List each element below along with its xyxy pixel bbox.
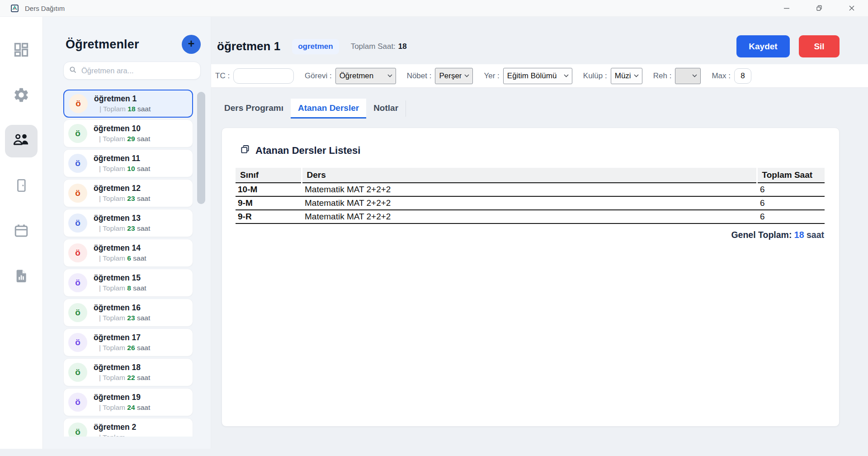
teacher-form: TC : Görevi : Öğretmen Nöbet : Perşembe …: [211, 64, 868, 88]
nobet-label: Nöbet :: [407, 71, 432, 81]
cell-saat: 6: [757, 183, 825, 196]
teacher-avatar: ö: [68, 184, 87, 203]
chevron-down-icon: [387, 74, 392, 77]
window-title: Ders Dağıtım: [25, 5, 65, 12]
column-header: Toplam Saat: [757, 168, 825, 183]
assigned-row: 9-RMatematik MAT 2+2+26: [236, 210, 825, 223]
teacher-hours: | Toplam 18 saat: [94, 105, 151, 113]
teacher-hours: | Toplam: [94, 433, 136, 437]
cell-sinif: 9-M: [236, 196, 302, 210]
assigned-lessons-card: Atanan Dersler Listesi SınıfDersToplam S…: [222, 128, 840, 427]
teacher-name: öğretmen 19: [94, 393, 150, 402]
calendar-icon: [13, 223, 29, 241]
tc-input[interactable]: [233, 68, 294, 84]
tab[interactable]: Notlar: [366, 99, 406, 119]
teacher-list-item[interactable]: ö öğretmen 10 | Toplam 29 saat: [63, 119, 193, 147]
assigned-table: SınıfDersToplam Saat 10-MMatematik MAT 2…: [236, 168, 825, 224]
teacher-avatar: ö: [68, 423, 87, 437]
reh-select[interactable]: [675, 68, 701, 84]
total-hours: Toplam Saat:18: [351, 42, 407, 51]
chevron-down-icon: [464, 74, 469, 77]
teacher-list-item[interactable]: ö öğretmen 15 | Toplam 8 saat: [63, 269, 193, 297]
assigned-table-body: 10-MMatematik MAT 2+2+269-MMatematik MAT…: [236, 183, 825, 223]
teacher-list-item[interactable]: ö öğretmen 13 | Toplam 23 saat: [63, 209, 193, 237]
teacher-name: öğretmen 10: [94, 124, 150, 133]
save-button[interactable]: Kaydet: [736, 35, 790, 57]
teacher-name: öğretmen 12: [94, 184, 150, 193]
teacher-name: öğretmen 17: [94, 333, 150, 342]
cell-sinif: 10-M: [236, 183, 302, 196]
nav-dashboard[interactable]: [5, 34, 38, 67]
teacher-hours: | Toplam 26 saat: [94, 344, 150, 352]
gear-icon: [13, 86, 30, 105]
reh-label: Reh :: [653, 71, 672, 81]
teacher-hours: | Toplam 23 saat: [94, 195, 150, 203]
nobet-select[interactable]: Perşembe: [435, 68, 473, 84]
teacher-hours: | Toplam 10 saat: [94, 165, 150, 173]
teachers-panel: Öğretmenler + ö öğretmen 1 | Toplam 18 s…: [43, 17, 211, 449]
teacher-list-item[interactable]: ö öğretmen 17 | Toplam 26 saat: [63, 328, 193, 356]
teacher-hours: | Toplam 8 saat: [94, 284, 146, 292]
chevron-down-icon: [564, 74, 569, 77]
search-icon: [69, 66, 77, 76]
teacher-list-item[interactable]: ö öğretmen 19 | Toplam 24 saat: [63, 388, 193, 416]
people-icon: [12, 131, 30, 151]
teacher-hours: | Toplam 6 saat: [94, 254, 146, 262]
teacher-hours: | Toplam 29 saat: [94, 135, 150, 143]
teacher-hours: | Toplam 23 saat: [94, 314, 150, 322]
teacher-list-item[interactable]: ö öğretmen 1 | Toplam 18 saat: [63, 90, 193, 118]
teacher-list: ö öğretmen 1 | Toplam 18 saat ö öğretmen…: [63, 90, 193, 437]
nav-settings[interactable]: [5, 80, 38, 112]
chevron-down-icon: [692, 74, 697, 77]
nav-rooms[interactable]: [5, 170, 38, 203]
max-input[interactable]: [734, 68, 751, 84]
teacher-list-item[interactable]: ö öğretmen 2 | Toplam: [63, 418, 193, 437]
nav-teachers[interactable]: [5, 125, 38, 157]
teacher-name: öğretmen 2: [94, 423, 136, 432]
teacher-detail-title: öğretmen 1: [217, 39, 280, 53]
teacher-avatar: ö: [68, 124, 87, 143]
teacher-search-input[interactable]: [81, 66, 195, 75]
cell-saat: 6: [757, 196, 825, 210]
tab[interactable]: Atanan Dersler: [291, 99, 366, 119]
cell-ders: Matematik MAT 2+2+2: [302, 196, 757, 210]
card-title: Atanan Dersler Listesi: [255, 145, 360, 157]
yer-select[interactable]: Eğitim Bölümü: [503, 68, 572, 84]
teacher-avatar: ö: [68, 333, 87, 352]
teacher-list-item[interactable]: ö öğretmen 14 | Toplam 6 saat: [63, 239, 193, 267]
teacher-avatar: ö: [68, 273, 87, 292]
maximize-button[interactable]: [803, 0, 835, 16]
teacher-avatar: ö: [68, 303, 87, 322]
teacher-hours: | Toplam 24 saat: [94, 404, 150, 412]
tab[interactable]: Ders Programı: [217, 99, 291, 119]
grand-total: Genel Toplam: 18 saat: [236, 230, 825, 240]
teacher-list-item[interactable]: ö öğretmen 12 | Toplam 23 saat: [63, 179, 193, 207]
app-icon: [11, 5, 19, 12]
teacher-detail: öğretmen 1 ogretmen Toplam Saat:18 Kayde…: [211, 17, 868, 449]
teacher-list-item[interactable]: ö öğretmen 16 | Toplam 23 saat: [63, 299, 193, 327]
report-icon: [14, 268, 29, 285]
copy-stack-icon: [240, 144, 250, 157]
list-scrollbar-thumb[interactable]: [197, 92, 205, 204]
close-button[interactable]: [835, 0, 868, 16]
kulup-label: Kulüp :: [583, 71, 607, 81]
tabs: Ders ProgramıAtanan DerslerNotlar: [211, 99, 868, 119]
delete-button[interactable]: Sil: [799, 35, 840, 57]
gorevi-select[interactable]: Öğretmen: [335, 68, 396, 84]
teacher-name: öğretmen 18: [94, 363, 150, 372]
kulup-select[interactable]: Müzik: [611, 68, 642, 84]
nav-reports[interactable]: [5, 261, 38, 293]
teacher-search[interactable]: [63, 62, 201, 80]
nav-schedule[interactable]: [5, 215, 38, 248]
teacher-list-item[interactable]: ö öğretmen 18 | Toplam 22 saat: [63, 358, 193, 386]
add-teacher-button[interactable]: +: [182, 35, 201, 54]
teacher-avatar: ö: [69, 94, 88, 113]
cell-ders: Matematik MAT 2+2+2: [302, 210, 757, 223]
teacher-avatar: ö: [68, 393, 87, 412]
teacher-hours: | Toplam 23 saat: [94, 224, 150, 233]
assigned-row: 10-MMatematik MAT 2+2+26: [236, 183, 825, 196]
dashboard-icon: [13, 42, 29, 60]
minimize-button[interactable]: [770, 0, 803, 16]
teacher-list-item[interactable]: ö öğretmen 11 | Toplam 10 saat: [63, 149, 193, 177]
teacher-avatar: ö: [68, 214, 87, 233]
